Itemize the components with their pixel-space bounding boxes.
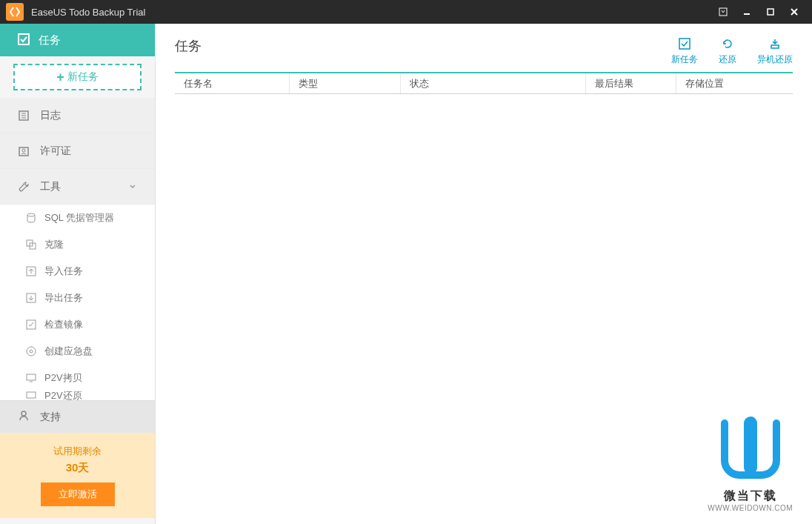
activate-button[interactable]: 立即激活 <box>41 482 115 506</box>
wrench-icon <box>18 181 31 193</box>
app-title: EaseUS Todo Backup Trial <box>31 7 145 18</box>
action-label: 还原 <box>719 53 736 66</box>
column-location[interactable]: 存储位置 <box>676 73 793 93</box>
sidebar: 任务 + 新任务 日志 许可证 工具 SQL 凭据 <box>0 24 156 524</box>
column-result[interactable]: 最后结果 <box>586 73 676 93</box>
svg-point-24 <box>21 411 26 416</box>
watermark-logo-icon <box>717 416 784 482</box>
sidebar-item-tasks[interactable]: 任务 <box>0 24 155 56</box>
p2v-copy-icon <box>25 372 37 384</box>
check-image-icon <box>25 319 37 331</box>
tool-check-image[interactable]: 检查镜像 <box>0 311 155 338</box>
tool-label: SQL 凭据管理器 <box>44 211 114 225</box>
svg-rect-0 <box>6 3 24 21</box>
tool-label: P2V拷贝 <box>44 371 82 385</box>
page-title: 任务 <box>175 37 202 55</box>
tray-button[interactable] <box>711 3 735 21</box>
svg-point-13 <box>27 213 35 216</box>
svg-rect-26 <box>771 45 779 48</box>
tool-label: P2V还原 <box>44 391 82 400</box>
chevron-down-icon <box>128 181 137 193</box>
sidebar-item-license[interactable]: 许可证 <box>0 133 155 169</box>
sidebar-item-log[interactable]: 日志 <box>0 98 155 133</box>
column-name[interactable]: 任务名 <box>175 73 290 93</box>
watermark-url: WWW.WEIDOWN.COM <box>708 504 793 512</box>
svg-rect-1 <box>719 8 727 16</box>
minimize-button[interactable] <box>735 3 759 21</box>
svg-point-12 <box>22 149 25 152</box>
checkbox-icon <box>679 37 690 50</box>
tool-sql-credentials[interactable]: SQL 凭据管理器 <box>0 205 155 231</box>
sidebar-item-label: 工具 <box>40 180 61 193</box>
new-task-button[interactable]: + 新任务 <box>13 64 142 90</box>
tool-p2v-restore[interactable]: P2V还原 <box>0 391 155 400</box>
close-button[interactable] <box>782 3 806 21</box>
app-logo <box>6 3 24 21</box>
import-icon <box>25 265 37 277</box>
tool-label: 创建应急盘 <box>44 345 93 358</box>
column-type[interactable]: 类型 <box>290 73 401 93</box>
action-label: 异机还原 <box>757 53 793 66</box>
svg-point-20 <box>30 350 33 353</box>
action-system-restore[interactable]: 异机还原 <box>757 37 793 66</box>
sidebar-item-label: 任务 <box>39 33 61 47</box>
support-icon <box>18 410 31 424</box>
watermark: 微当下载 WWW.WEIDOWN.COM <box>708 416 793 512</box>
p2v-restore-icon <box>25 391 37 400</box>
watermark-text: 微当下载 <box>708 488 793 504</box>
action-restore[interactable]: 还原 <box>719 37 736 66</box>
titlebar: EaseUS Todo Backup Trial <box>0 0 812 24</box>
emergency-disk-icon <box>25 345 37 357</box>
tool-clone[interactable]: 克隆 <box>0 231 155 258</box>
tool-p2v-copy[interactable]: P2V拷贝 <box>0 365 155 391</box>
svg-rect-6 <box>19 34 29 44</box>
svg-rect-25 <box>679 39 690 49</box>
content-area: 任务 新任务 还原 异机还原 任务名 类型 状态 最后结果 <box>156 24 812 524</box>
sidebar-item-support[interactable]: 支持 <box>0 400 155 433</box>
license-icon <box>18 145 31 157</box>
sidebar-item-tools[interactable]: 工具 <box>0 169 155 205</box>
tool-label: 导出任务 <box>44 291 83 305</box>
trial-remaining-label: 试用期剩余 <box>0 445 155 458</box>
maximize-button[interactable] <box>759 3 782 21</box>
restore-icon <box>722 37 733 50</box>
tool-label: 导入任务 <box>44 265 83 278</box>
sidebar-item-label: 支持 <box>40 411 61 424</box>
action-new-task[interactable]: 新任务 <box>671 37 698 66</box>
plus-icon: + <box>56 70 64 85</box>
database-icon <box>25 212 37 224</box>
new-task-label: 新任务 <box>67 70 99 84</box>
table-header: 任务名 类型 状态 最后结果 存储位置 <box>175 72 793 94</box>
log-icon <box>18 110 31 122</box>
trial-box: 试用期剩余 30天 立即激活 <box>0 433 155 518</box>
sidebar-item-label: 许可证 <box>40 145 71 158</box>
trial-days: 30天 <box>0 461 155 475</box>
svg-point-19 <box>27 347 36 356</box>
svg-rect-3 <box>768 9 773 15</box>
tool-create-emergency-disk[interactable]: 创建应急盘 <box>0 338 155 365</box>
tool-label: 检查镜像 <box>44 318 83 331</box>
tool-label: 克隆 <box>44 238 64 251</box>
export-icon <box>25 292 37 304</box>
checkbox-icon <box>18 33 30 47</box>
clone-icon <box>25 239 37 251</box>
tool-import-task[interactable]: 导入任务 <box>0 258 155 285</box>
svg-rect-21 <box>27 374 36 380</box>
svg-rect-23 <box>27 392 36 398</box>
tool-export-task[interactable]: 导出任务 <box>0 285 155 311</box>
column-status[interactable]: 状态 <box>401 73 586 93</box>
system-restore-icon <box>769 37 781 50</box>
sidebar-item-label: 日志 <box>40 109 61 122</box>
action-label: 新任务 <box>671 53 698 66</box>
tools-submenu: SQL 凭据管理器 克隆 导入任务 导出任务 检查镜像 创建应急盘 <box>0 205 155 400</box>
